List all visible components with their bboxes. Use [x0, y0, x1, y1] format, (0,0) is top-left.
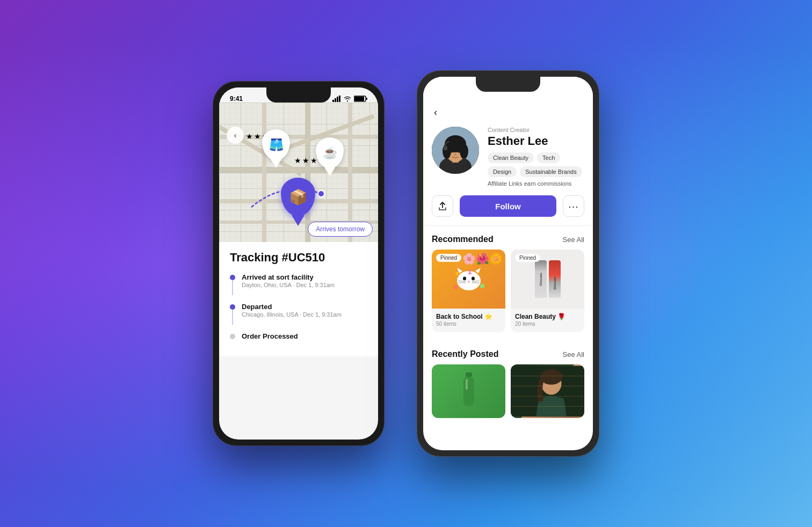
svg-rect-0: [332, 100, 334, 102]
tracking-content: Tracking #UC510 Arrived at sort facility…: [219, 242, 378, 356]
rec-card-2-footer: Clean Beauty 🌹 20 items: [511, 309, 584, 332]
more-icon: ···: [568, 200, 579, 213]
tag-tech: Tech: [537, 152, 560, 163]
pin-coffee: ☕: [316, 137, 344, 176]
recent-card-1[interactable]: [432, 364, 505, 418]
phone2-notch: [476, 77, 540, 92]
creator-name: Esther Lee: [488, 134, 584, 148]
shorts-icon: 🩳: [269, 138, 284, 152]
recently-posted-see-all[interactable]: See All: [563, 350, 584, 358]
svg-point-18: [458, 150, 461, 153]
event-sub-2: Chicago, Illinois, USA · Dec 1, 9:31am: [242, 311, 342, 318]
svg-rect-6: [366, 98, 367, 100]
rec-card-2-count: 20 items: [515, 321, 580, 327]
tracking-event-3: Order Processed: [230, 332, 367, 340]
rec-card-2[interactable]: Pinned Clean Beauty 🌹 20 items: [511, 250, 584, 332]
recently-posted-section-header: Recently Posted See All: [423, 341, 593, 364]
rec-card-1-footer: Back to School ⭐ 50 items: [432, 309, 505, 332]
kitty-svg: [453, 266, 485, 292]
svg-rect-20: [444, 146, 447, 150]
signal-icon: [332, 96, 341, 102]
coffee-icon: ☕: [323, 146, 337, 160]
phone1-notch: [266, 87, 331, 103]
share-button[interactable]: [432, 195, 453, 217]
event-info-3: Order Processed: [242, 332, 298, 340]
action-row: Follow ···: [423, 195, 593, 226]
pin-shorts: 🩳: [262, 129, 290, 168]
tracking-event-1: Arrived at sort facility Dayton, Ohio, U…: [230, 273, 367, 295]
phone2-device: ‹: [417, 70, 599, 457]
pinned-badge-2: Pinned: [515, 254, 540, 262]
tracking-event-2: Departed Chicago, Illinois, USA · Dec 1,…: [230, 303, 367, 325]
arrives-badge: Arrives tomorrow: [308, 222, 373, 237]
package-icon: 📦: [289, 188, 308, 206]
phone1-status-icons: [332, 96, 367, 102]
svg-rect-3: [339, 96, 340, 102]
more-button[interactable]: ···: [563, 195, 584, 217]
svg-rect-39: [466, 379, 468, 390]
pinned-badge-1: Pinned: [436, 254, 461, 262]
profile-back-button[interactable]: ‹: [432, 105, 439, 120]
tracking-title: Tracking #UC510: [230, 251, 367, 265]
pin-package: 📦: [281, 178, 315, 226]
phone1-time: 9:41: [230, 95, 243, 103]
pin-shorts-tail: [271, 159, 281, 168]
recent-card-2[interactable]: [511, 364, 584, 418]
pin-shorts-body: 🩳: [262, 129, 290, 160]
event-dot-1: [230, 275, 235, 280]
back-button[interactable]: ‹: [227, 127, 244, 144]
svg-point-35: [480, 284, 484, 288]
bottle-svg: [458, 372, 480, 410]
event-title-2: Departed: [242, 303, 342, 311]
event-info-1: Arrived at sort facility Dayton, Ohio, U…: [242, 273, 335, 288]
fashion-svg: [511, 364, 584, 418]
svg-rect-5: [354, 97, 364, 101]
svg-rect-2: [337, 97, 338, 102]
svg-rect-1: [335, 98, 336, 102]
recommended-title: Recommended: [432, 235, 494, 244]
svg-rect-37: [466, 372, 472, 377]
recent-card-2-image: [511, 364, 584, 418]
tags-row: Clean Beauty Tech: [488, 152, 584, 163]
wifi-icon: [343, 96, 352, 102]
pin-coffee-tail: [324, 167, 335, 176]
rec-card-1[interactable]: Pinned Back to School ⭐ 50 items: [432, 250, 505, 332]
road: [262, 103, 266, 242]
svg-point-34: [453, 285, 458, 289]
share-icon: [438, 201, 447, 211]
creator-label: Content Creator: [488, 127, 584, 133]
pin-package-body: 📦: [281, 178, 315, 216]
tag-clean-beauty: Clean Beauty: [488, 152, 534, 163]
svg-point-25: [472, 277, 475, 281]
battery-icon: [354, 96, 367, 102]
recommended-see-all[interactable]: See All: [563, 236, 584, 244]
tag-design: Design: [488, 166, 517, 177]
tag-sustainable: Sustainable Brands: [520, 166, 582, 177]
event-title-1: Arrived at sort facility: [242, 273, 335, 281]
profile-nav: ‹: [423, 100, 593, 120]
svg-point-42: [540, 369, 563, 384]
event-line-2: [232, 310, 233, 325]
phone2-screen: ‹: [423, 77, 593, 450]
recommended-section-header: Recommended See All: [423, 226, 593, 250]
svg-point-7: [318, 191, 324, 197]
glossier-lipstick-icon: [549, 260, 561, 298]
phone1-wrapper: 9:41: [213, 81, 385, 446]
affiliate-note: Affiliate Links earn commissions: [488, 180, 584, 187]
profile-info: Content Creator Esther Lee Clean Beauty …: [488, 127, 584, 187]
event-sub-1: Dayton, Ohio, USA · Dec 1, 9:31am: [242, 282, 335, 288]
rec-card-1-count: 50 items: [436, 321, 501, 327]
profile-header: Content Creator Esther Lee Clean Beauty …: [423, 120, 593, 195]
recommended-grid: Pinned Back to School ⭐ 50 items Pinned …: [423, 250, 593, 341]
event-title-3: Order Processed: [242, 332, 298, 340]
event-info-2: Departed Chicago, Illinois, USA · Dec 1,…: [242, 303, 342, 318]
phone1-device: 9:41: [213, 81, 385, 446]
svg-point-33: [469, 271, 471, 273]
phone2-wrapper: ‹: [417, 70, 599, 457]
phone1-screen: 9:41: [219, 87, 378, 440]
svg-point-19: [454, 154, 456, 156]
svg-point-24: [463, 277, 466, 281]
follow-button[interactable]: Follow: [460, 195, 556, 217]
rec-card-1-title: Back to School ⭐: [436, 313, 501, 320]
event-dot-3: [230, 334, 235, 339]
